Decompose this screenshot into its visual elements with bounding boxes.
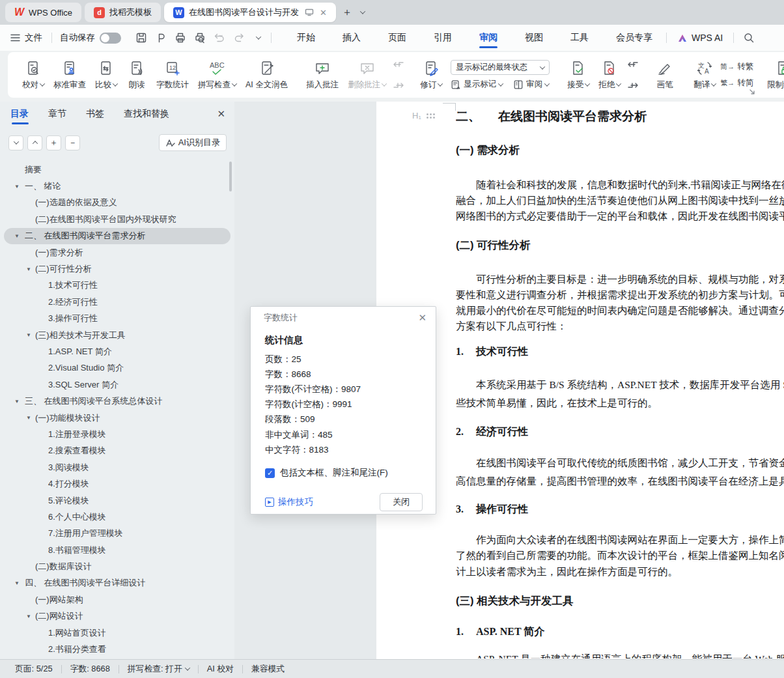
word-count-button[interactable]: 12 字数统计: [152, 59, 193, 92]
monitor-icon[interactable]: [305, 8, 314, 16]
outline-item[interactable]: 2.书籍分类查看: [4, 641, 231, 657]
spell-check-button[interactable]: ABC 拼写检查: [193, 59, 241, 92]
outline-item[interactable]: ▼(三)相关技术与开发工具: [4, 327, 231, 343]
add-tab-icon[interactable]: ＋: [339, 5, 355, 20]
zoom-out-outline-button[interactable]: －: [65, 135, 80, 150]
outline-item[interactable]: ▼(二)可行性分析: [4, 261, 231, 277]
print-icon[interactable]: [172, 29, 189, 46]
close-button[interactable]: 关闭: [380, 493, 423, 511]
spell-check-indicator[interactable]: 拼写检查: 打开: [119, 664, 198, 675]
wps-ai-button[interactable]: WPS AI: [667, 33, 733, 43]
collapse-arrow-icon[interactable]: ▼: [14, 399, 21, 404]
insert-comment-button[interactable]: 插入批注: [301, 59, 343, 92]
outline-item[interactable]: 3.SQL Server 简介: [4, 376, 231, 393]
to-traditional-button[interactable]: 简→ 转繁: [720, 61, 753, 72]
to-simplified-button[interactable]: 繁→ 转简: [720, 78, 753, 89]
markup-state-dropdown[interactable]: 显示标记的最终状态: [451, 60, 550, 75]
dialog-launcher-icon[interactable]: [749, 89, 755, 95]
menu-tab-insert[interactable]: 插入: [329, 25, 374, 51]
revise-button[interactable]: 修订: [415, 59, 447, 92]
delete-comment-button[interactable]: 删除批注: [343, 59, 391, 92]
collapse-arrow-icon[interactable]: ▼: [14, 580, 21, 586]
prev-change-icon[interactable]: [625, 60, 641, 73]
translate-button[interactable]: 文A 翻译: [689, 59, 720, 92]
menu-tab-home[interactable]: 开始: [283, 25, 329, 51]
sidebar-tab-chapters[interactable]: 章节: [48, 102, 66, 126]
collapse-arrow-icon[interactable]: ▼: [26, 332, 33, 338]
outline-item[interactable]: 8.书籍管理模块: [4, 542, 231, 558]
save-icon[interactable]: [133, 29, 150, 46]
collapse-arrow-icon[interactable]: ▼: [26, 266, 33, 272]
document-content[interactable]: 二、在线图书阅读平台需求分析(一) 需求分析随着社会和科技的发展，信息和数据时代…: [376, 102, 784, 659]
tips-link[interactable]: ▶ 操作技巧: [265, 496, 313, 508]
tab-document[interactable]: W 在线图书阅读平台设计与开发 ✕: [164, 3, 336, 22]
outline-item[interactable]: 3.阅读模块: [4, 459, 231, 475]
outline-item[interactable]: ▼一、 绪论: [4, 178, 231, 194]
chevron-down-icon[interactable]: [250, 29, 267, 46]
next-comment-icon[interactable]: [391, 77, 406, 90]
outline-item[interactable]: ▼(一)功能模块设计: [4, 410, 231, 426]
outline-item[interactable]: 1.ASP. NET 简介: [4, 343, 231, 360]
file-menu[interactable]: 文件: [0, 32, 51, 44]
outline-item[interactable]: ▼四、 在线图书阅读平台详细设计: [4, 575, 231, 591]
outline-item[interactable]: (一)选题的依据及意义: [4, 195, 231, 211]
outline-item[interactable]: (二)在线图书阅读平台国内外现状研究: [4, 211, 231, 227]
collapse-arrow-icon[interactable]: ▼: [26, 614, 33, 619]
menu-tab-review[interactable]: 审阅: [466, 25, 511, 51]
outline-item[interactable]: 7.注册用户管理模块: [4, 526, 231, 542]
outline-item[interactable]: ▼(二)网站设计: [4, 608, 231, 625]
export-pdf-icon[interactable]: [152, 29, 169, 46]
menu-tab-reference[interactable]: 引用: [420, 25, 466, 51]
page-indicator[interactable]: 页面: 5/25: [7, 664, 61, 675]
word-count-indicator[interactable]: 字数: 8668: [62, 664, 119, 675]
menu-tab-member[interactable]: 会员专享: [602, 25, 666, 51]
outline-item[interactable]: 2.Visual Studio 简介: [4, 360, 231, 376]
restrict-edit-button[interactable]: 限制编辑: [763, 59, 784, 92]
close-icon[interactable]: ✕: [217, 108, 225, 120]
read-aloud-button[interactable]: 朗读: [122, 59, 152, 92]
review-pane-button[interactable]: 审阅: [513, 79, 549, 90]
search-icon[interactable]: [740, 29, 757, 46]
expand-all-button[interactable]: [8, 135, 23, 150]
menu-tab-tools[interactable]: 工具: [557, 25, 602, 51]
outline-item[interactable]: 5.评论模块: [4, 492, 231, 509]
outline-item[interactable]: (一)网站架构: [4, 591, 231, 608]
undo-icon[interactable]: [211, 29, 228, 46]
close-icon[interactable]: ✕: [418, 312, 427, 324]
prev-comment-icon[interactable]: [391, 60, 406, 73]
pen-button[interactable]: 画笔: [650, 59, 680, 92]
document-page[interactable]: H₁ 二、在线图书阅读平台需求分析(一) 需求分析随着社会和科技的发展，信息和数…: [376, 102, 784, 659]
outline-item[interactable]: 1.技术可行性: [4, 277, 231, 294]
outline-item[interactable]: 1.注册登录模块: [4, 426, 231, 442]
proofread-button[interactable]: 校对: [18, 59, 49, 92]
compare-button[interactable]: 比较: [91, 59, 122, 92]
outline-item[interactable]: 1.网站首页设计: [4, 625, 231, 641]
outline-item[interactable]: ▼二、 在线图书阅读平台需求分析: [4, 228, 231, 244]
collapse-arrow-icon[interactable]: ▼: [14, 184, 21, 190]
menu-tab-page[interactable]: 页面: [374, 25, 420, 51]
collapse-arrow-icon[interactable]: ▼: [14, 233, 21, 239]
show-markup-button[interactable]: 显示标记: [451, 79, 503, 90]
tab-wps-office[interactable]: W WPS Office: [5, 3, 81, 22]
outline-item[interactable]: 2.经济可行性: [4, 294, 231, 310]
outline-item[interactable]: (一)需求分析: [4, 244, 231, 261]
print-preview-icon[interactable]: [191, 29, 208, 46]
tabs-chevron-icon[interactable]: [355, 5, 371, 20]
outline-item[interactable]: 摘要: [4, 162, 231, 178]
next-change-icon[interactable]: [625, 77, 641, 90]
standard-review-button[interactable]: 标准审查: [49, 59, 91, 92]
accept-button[interactable]: 接受: [563, 59, 594, 92]
reject-button[interactable]: 拒绝: [594, 59, 625, 92]
dialog-titlebar[interactable]: 字数统计 ✕: [251, 307, 436, 329]
collapse-all-button[interactable]: [27, 135, 42, 150]
outline-item[interactable]: 2.搜索查看模块: [4, 443, 231, 459]
ai-recognize-toc-button[interactable]: AI识别目录: [159, 134, 227, 151]
sidebar-tab-bookmarks[interactable]: 书签: [86, 102, 104, 126]
sidebar-tab-find-replace[interactable]: 查找和替换: [124, 102, 169, 126]
menu-tab-view[interactable]: 视图: [511, 25, 557, 51]
outline-item[interactable]: (二)数据库设计: [4, 558, 231, 574]
checkbox-check-icon[interactable]: ✓: [265, 468, 275, 478]
redo-icon[interactable]: [231, 29, 247, 46]
outline-item[interactable]: 3.操作可行性: [4, 311, 231, 327]
outline-item[interactable]: ▼三、 在线图书阅读平台系统总体设计: [4, 393, 231, 409]
